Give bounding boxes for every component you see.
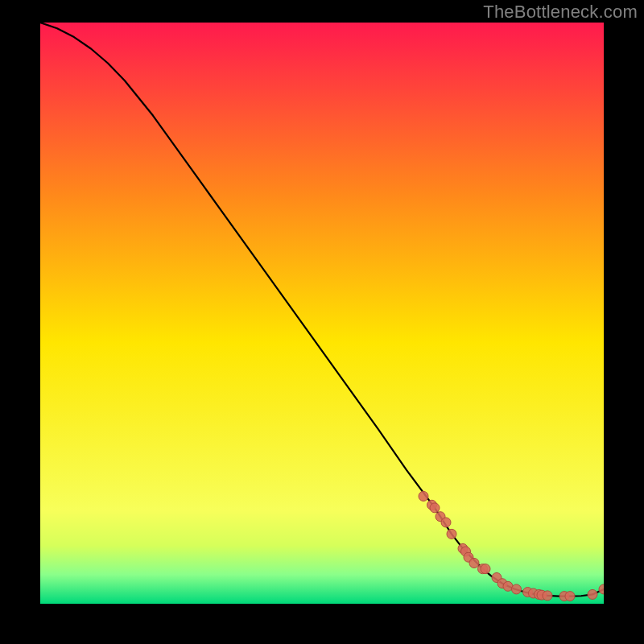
svg-rect-0 (40, 23, 604, 604)
svg-point-1 (419, 491, 428, 501)
watermark-text: TheBottleneck.com (483, 2, 638, 23)
svg-point-3 (430, 503, 440, 513)
plot-area (40, 23, 604, 604)
svg-point-23 (565, 592, 575, 601)
svg-point-6 (447, 529, 456, 539)
chart-frame: TheBottleneck.com (0, 0, 644, 644)
svg-point-10 (469, 558, 479, 568)
svg-point-5 (441, 518, 451, 527)
svg-point-16 (512, 584, 522, 594)
chart-svg (40, 23, 604, 604)
svg-point-21 (543, 591, 552, 601)
svg-point-24 (588, 589, 597, 599)
svg-point-12 (481, 564, 490, 574)
